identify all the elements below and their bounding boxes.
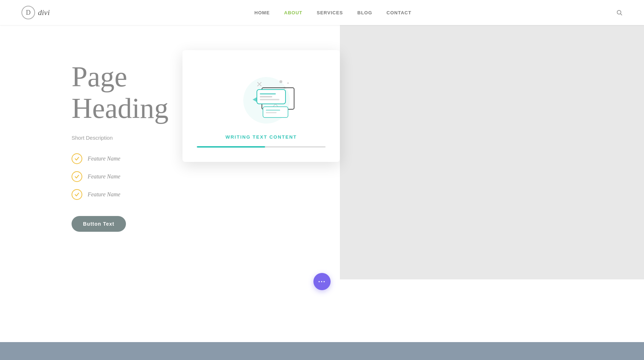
right-background xyxy=(340,25,644,279)
nav-home[interactable]: HOME xyxy=(254,10,270,15)
svg-rect-19 xyxy=(260,96,272,97)
svg-rect-22 xyxy=(266,110,280,111)
card-modal: WRITING TEXT CONTENT xyxy=(182,50,340,162)
heading-line1: Page xyxy=(72,61,127,92)
svg-point-3 xyxy=(279,80,282,83)
card-illustration xyxy=(225,68,297,125)
logo-text: divi xyxy=(38,8,50,17)
navbar: D divi HOME ABOUT SERVICES BLOG CONTACT xyxy=(0,0,644,25)
card-writing-label: WRITING TEXT CONTENT xyxy=(225,134,297,140)
svg-point-5 xyxy=(287,82,289,84)
svg-rect-20 xyxy=(260,99,279,100)
main-content: Page Heading Short Description Feature N… xyxy=(0,0,644,360)
nav-contact[interactable]: CONTACT xyxy=(386,10,411,15)
feature-text-3: Feature Name xyxy=(88,191,120,198)
svg-rect-18 xyxy=(260,93,276,95)
progress-bar-fill xyxy=(197,146,265,148)
logo[interactable]: D divi xyxy=(21,6,50,19)
nav-about[interactable]: ABOUT xyxy=(284,10,302,15)
logo-circle: D xyxy=(21,6,35,19)
floating-action-button[interactable]: ··· xyxy=(313,273,331,290)
feature-text-1: Feature Name xyxy=(88,155,120,162)
svg-point-0 xyxy=(617,10,621,14)
nav-services[interactable]: SERVICES xyxy=(317,10,343,15)
svg-line-1 xyxy=(620,14,622,15)
nav-blog[interactable]: BLOG xyxy=(357,10,372,15)
check-icon-2 xyxy=(72,171,82,182)
check-icon-1 xyxy=(72,153,82,164)
feature-text-2: Feature Name xyxy=(88,173,120,180)
search-button[interactable] xyxy=(616,9,623,16)
check-icon-3 xyxy=(72,189,82,200)
heading-line2: Heading xyxy=(72,92,169,124)
hero-button[interactable]: Button Text xyxy=(72,216,126,232)
feature-item-3: Feature Name xyxy=(72,189,268,200)
progress-bar xyxy=(197,146,326,148)
logo-letter: D xyxy=(26,9,31,16)
svg-rect-23 xyxy=(266,112,277,113)
nav-links: HOME ABOUT SERVICES BLOG CONTACT xyxy=(254,9,411,16)
feature-item-2: Feature Name xyxy=(72,171,268,182)
